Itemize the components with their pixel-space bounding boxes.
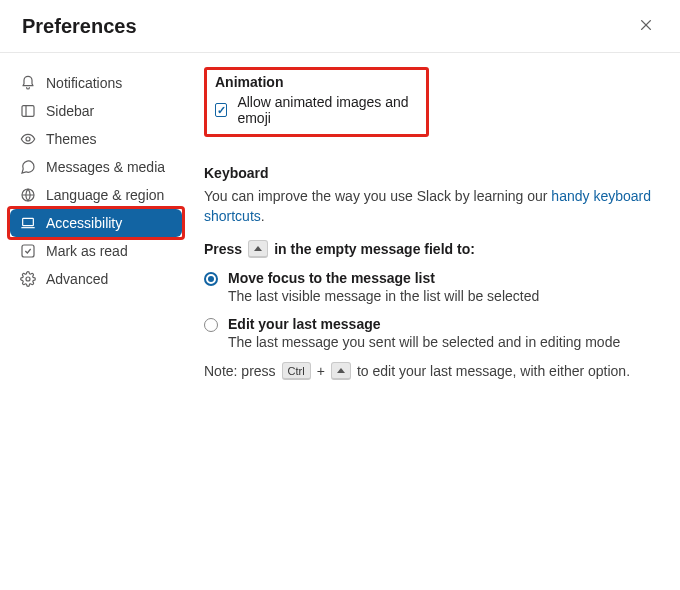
sidebar-item-language-region[interactable]: Language & region (10, 181, 182, 209)
sidebar-item-themes[interactable]: Themes (10, 125, 182, 153)
sidebar-item-accessibility[interactable]: Accessibility (10, 209, 182, 237)
allow-animated-label: Allow animated images and emoji (237, 94, 418, 126)
animation-section: Animation Allow animated images and emoj… (204, 67, 429, 137)
preferences-content: Animation Allow animated images and emoj… (190, 65, 680, 380)
sidebar-item-label: Advanced (46, 270, 108, 288)
radio-option-edit-last-message[interactable]: Edit your last message The last message … (204, 316, 660, 350)
allow-animated-checkbox-row[interactable]: Allow animated images and emoji (215, 94, 418, 126)
gear-icon (20, 271, 36, 287)
radio-option-move-focus[interactable]: Move focus to the message list The last … (204, 270, 660, 304)
chat-icon (20, 159, 36, 175)
sidebar-item-label: Accessibility (46, 214, 122, 232)
radio-label: Move focus to the message list (228, 270, 539, 286)
svg-rect-7 (22, 245, 34, 257)
press-label: Press (204, 241, 242, 257)
checkbox-icon (215, 103, 227, 117)
page-title: Preferences (22, 15, 137, 38)
plus: + (317, 363, 325, 379)
sidebar-item-label: Notifications (46, 74, 122, 92)
sidebar-item-label: Themes (46, 130, 97, 148)
note-prefix: Note: press (204, 363, 276, 379)
radio-sublabel: The last message you sent will be select… (228, 334, 620, 350)
panel-icon (20, 103, 36, 119)
svg-point-4 (26, 137, 30, 141)
sidebar-item-advanced[interactable]: Advanced (10, 265, 182, 293)
period: . (261, 208, 265, 224)
svg-point-8 (26, 277, 30, 281)
keyboard-section: Keyboard You can improve the way you use… (204, 165, 660, 380)
svg-rect-6 (23, 218, 34, 225)
note-suffix: to edit your last message, with either o… (357, 363, 630, 379)
close-icon (639, 16, 653, 37)
laptop-icon (20, 215, 36, 231)
preferences-header: Preferences (0, 0, 680, 53)
radio-sublabel: The last visible message in the list wil… (228, 288, 539, 304)
svg-rect-2 (22, 106, 34, 117)
globe-icon (20, 187, 36, 203)
up-arrow-key-icon (248, 240, 268, 258)
bell-icon (20, 75, 36, 91)
sidebar-item-label: Mark as read (46, 242, 128, 260)
keyboard-description: You can improve the way you use Slack by… (204, 187, 660, 226)
press-suffix: in the empty message field to: (274, 241, 475, 257)
check-square-icon (20, 243, 36, 259)
sidebar-item-label: Language & region (46, 186, 164, 204)
close-button[interactable] (634, 14, 658, 38)
note-row: Note: press Ctrl + to edit your last mes… (204, 362, 660, 380)
radio-icon (204, 272, 218, 286)
up-arrow-key-icon (331, 362, 351, 380)
keyboard-desc-prefix: You can improve the way you use Slack by… (204, 188, 551, 204)
sidebar-item-sidebar[interactable]: Sidebar (10, 97, 182, 125)
sidebar-item-label: Sidebar (46, 102, 94, 120)
sidebar-item-mark-as-read[interactable]: Mark as read (10, 237, 182, 265)
sidebar-item-notifications[interactable]: Notifications (10, 69, 182, 97)
sidebar-item-messages-media[interactable]: Messages & media (10, 153, 182, 181)
preferences-sidebar: Notifications Sidebar Themes Messages & … (0, 65, 190, 380)
radio-label: Edit your last message (228, 316, 620, 332)
animation-title: Animation (215, 74, 418, 90)
keyboard-title: Keyboard (204, 165, 660, 181)
sidebar-item-label: Messages & media (46, 158, 165, 176)
ctrl-key-icon: Ctrl (282, 362, 311, 380)
press-row: Press in the empty message field to: (204, 240, 660, 258)
radio-icon (204, 318, 218, 332)
eye-icon (20, 131, 36, 147)
